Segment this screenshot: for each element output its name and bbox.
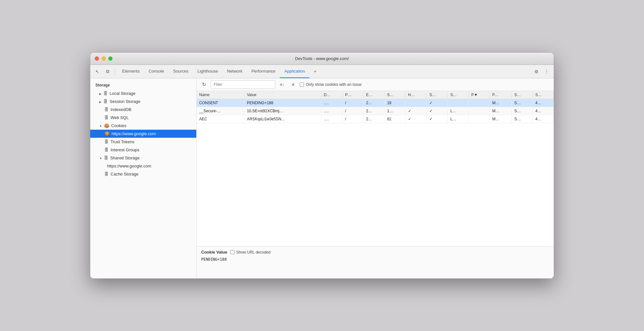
cell-pv [469, 107, 490, 115]
col-d[interactable]: D… [321, 91, 342, 99]
panel-toolbar: ↻ ≡↑ ✕ Only show cookies with an issue [197, 78, 554, 91]
sidebar-item-cookies-google[interactable]: 🍪 https://www.google.com [90, 130, 196, 138]
cookies-only-checkbox[interactable] [300, 83, 304, 87]
settings-button[interactable]: ⚙ [532, 67, 541, 76]
main-content: Storage 🗄 Local Storage 🗄 Session Storag… [90, 78, 554, 278]
maximize-button[interactable] [108, 56, 112, 61]
col-s2[interactable]: S… [427, 91, 448, 99]
col-p2[interactable]: P… [490, 91, 512, 99]
cell-d: …. [321, 115, 342, 123]
cookie-value-panel: Cookie Value Show URL decoded PENDING+18… [197, 246, 554, 278]
sidebar-item-interest-groups[interactable]: 🗄 Interest Groups [90, 146, 196, 154]
col-value[interactable]: Value [244, 91, 321, 99]
col-p[interactable]: P… [342, 91, 363, 99]
clear-filter-icon[interactable]: ≡↑ [278, 80, 286, 89]
cursor-tool-button[interactable]: ↖ [93, 67, 102, 76]
tab-console[interactable]: Console [144, 65, 169, 78]
cell-s4: S… [512, 115, 532, 123]
sidebar-item-web-sql[interactable]: 🗄 Web SQL [90, 114, 196, 122]
cell-s3: L… [448, 107, 469, 115]
sidebar-item-cache-storage[interactable]: 🗄 Cache Storage [90, 170, 196, 178]
col-name[interactable]: Name [197, 91, 244, 99]
more-options-button[interactable]: ⋮ [542, 67, 551, 76]
minimize-button[interactable] [102, 56, 106, 61]
cell-e: 2… [363, 115, 384, 123]
arrow-down-icon [99, 155, 102, 160]
col-s[interactable]: S… [384, 91, 405, 99]
inspect-button[interactable]: ⧉ [103, 67, 112, 76]
sidebar-item-shared-storage[interactable]: 🗄 Shared Storage [90, 154, 196, 162]
tab-application[interactable]: Application [280, 65, 309, 78]
cell-e: 2… [363, 107, 384, 115]
tab-lighthouse[interactable]: Lighthouse [193, 65, 223, 78]
sidebar-item-session-storage[interactable]: 🗄 Session Storage [90, 97, 196, 105]
cell-s5: 4… [532, 99, 553, 107]
cell-pv [469, 99, 490, 107]
cell-value: 10.SE=nt91XCBmj… [244, 107, 321, 115]
arrow-right-icon [99, 91, 102, 96]
cell-name: CONSENT [197, 99, 244, 107]
window-title: DevTools - www.google.com/ [295, 56, 349, 61]
storage-section-header: Storage [90, 81, 196, 89]
cell-p: / [342, 115, 363, 123]
tab-network[interactable]: Network [222, 65, 247, 78]
close-filter-icon[interactable]: ✕ [289, 80, 297, 89]
col-pv[interactable]: P▼ [469, 91, 490, 99]
tab-performance[interactable]: Performance [247, 65, 280, 78]
cell-s2: ✓ [427, 115, 448, 123]
sidebar-item-shared-storage-google[interactable]: https://www.google.com [90, 162, 196, 170]
devtools-window: DevTools - www.google.com/ ↖ ⧉ Elements … [90, 52, 554, 279]
toolbar: ↖ ⧉ Elements Console Sources Lighthouse … [90, 65, 554, 78]
show-url-decoded-checkbox[interactable] [230, 250, 235, 254]
arrow-down-icon [99, 123, 102, 128]
cell-name: AEC [197, 115, 244, 123]
col-s4[interactable]: S… [512, 91, 532, 99]
sidebar: Storage 🗄 Local Storage 🗄 Session Storag… [90, 78, 197, 278]
cell-pv [469, 115, 490, 123]
cell-s4: S… [512, 107, 532, 115]
cell-s: 18 [384, 99, 405, 107]
table-row[interactable]: __Secure-… 10.SE=nt91XCBmj… …. / 2… 1… ✓… [197, 107, 554, 115]
filter-input[interactable] [211, 80, 275, 89]
cell-value: PENDING+188 [244, 99, 321, 107]
close-button[interactable] [95, 56, 99, 61]
cookies-table: Name Value D… P… E… S… H… S… S… P▼ P… S… [197, 91, 554, 123]
cell-name: __Secure-… [197, 107, 244, 115]
cell-h: ✓ [405, 107, 426, 115]
table-header-row: Name Value D… P… E… S… H… S… S… P▼ P… S… [197, 91, 554, 99]
cell-h: ✓ [405, 115, 426, 123]
cookie-value-title: Cookie Value [201, 250, 227, 255]
traffic-lights [95, 56, 112, 61]
cell-value: ARSKqsLi1w3e5SN… [244, 115, 321, 123]
cell-s: 1… [384, 107, 405, 115]
cell-s5: 4… [532, 115, 553, 123]
panel: ↻ ≡↑ ✕ Only show cookies with an issue N… [197, 78, 554, 278]
cell-p2: M… [490, 115, 512, 123]
table-row[interactable]: CONSENT PENDING+188 …. / 2… 18 ✓ M… S… [197, 99, 554, 107]
cell-s3: L… [448, 115, 469, 123]
tab-sources[interactable]: Sources [169, 65, 193, 78]
toolbar-separator [115, 68, 115, 75]
sidebar-item-local-storage[interactable]: 🗄 Local Storage [90, 89, 196, 97]
cell-d: …. [321, 99, 342, 107]
sidebar-item-indexeddb[interactable]: 🗄 IndexedDB [90, 105, 196, 114]
sidebar-item-trust-tokens[interactable]: 🗄 Trust Tokens [90, 138, 196, 146]
col-h[interactable]: H… [405, 91, 426, 99]
cookie-value-header: Cookie Value Show URL decoded [201, 250, 549, 255]
col-s5[interactable]: S… [532, 91, 553, 99]
cell-p2: M… [490, 99, 512, 107]
show-url-decoded-label[interactable]: Show URL decoded [230, 250, 270, 255]
toolbar-actions: ⚙ ⋮ [532, 67, 551, 76]
table-row[interactable]: AEC ARSKqsLi1w3e5SN… …. / 2… 61 ✓ ✓ L… M… [197, 115, 554, 123]
col-e[interactable]: E… [363, 91, 384, 99]
cookies-only-checkbox-label[interactable]: Only show cookies with an issue [300, 82, 362, 87]
cookies-table-container: Name Value D… P… E… S… H… S… S… P▼ P… S… [197, 91, 554, 246]
tab-overflow-button[interactable]: » [309, 65, 321, 78]
cell-s5: 4… [532, 107, 553, 115]
cell-e: 2… [363, 99, 384, 107]
cell-s2: ✓ [427, 107, 448, 115]
refresh-button[interactable]: ↻ [200, 80, 208, 89]
sidebar-item-cookies[interactable]: 🍪 Cookies [90, 122, 196, 130]
tab-elements[interactable]: Elements [118, 65, 144, 78]
col-s3[interactable]: S… [448, 91, 469, 99]
